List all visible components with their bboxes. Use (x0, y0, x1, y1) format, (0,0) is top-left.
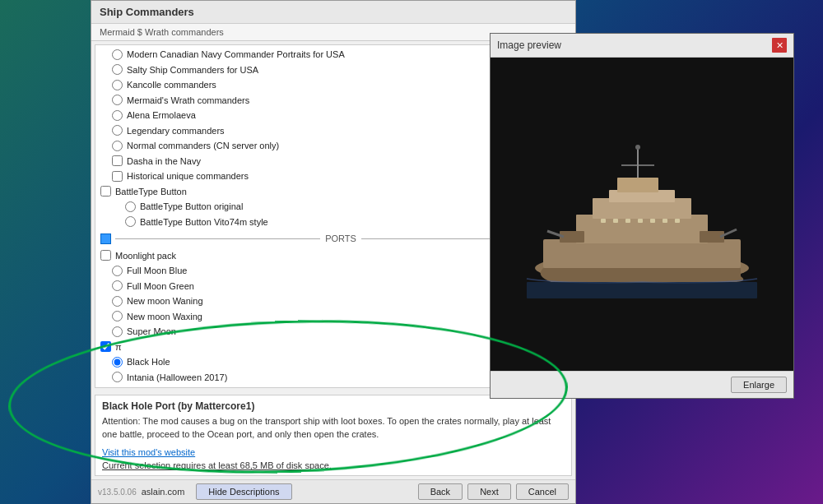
radio-new-moon-waxing[interactable] (112, 311, 123, 321)
preview-titlebar: Image preview ✕ (491, 34, 793, 58)
checkbox-historical[interactable] (112, 171, 123, 182)
divider-line-left (115, 238, 320, 239)
version-label: v13.5.0.06 (98, 488, 137, 497)
back-button[interactable]: Back (418, 483, 463, 500)
svg-rect-21 (527, 282, 757, 298)
mod-name: New moon Waning (127, 294, 525, 308)
preview-image-area (491, 58, 793, 371)
mod-name: BattleType Button Vito74m style (140, 215, 525, 229)
footer-buttons: Back Next Cancel (418, 483, 569, 500)
svg-rect-14 (601, 219, 606, 223)
mod-name: BattleType Button original (140, 200, 525, 214)
ports-label: PORTS (325, 232, 356, 246)
radio-full-moon-green[interactable] (112, 280, 123, 291)
mod-name: Modern Canadian Navy Commander Portraits… (127, 48, 525, 62)
description-area: Black Hole Port (by Mattercore1) Attenti… (95, 395, 572, 476)
checkbox-ti[interactable] (100, 341, 111, 352)
mod-name: Legendary commanders (127, 124, 525, 138)
radio-normal-cn[interactable] (112, 141, 123, 151)
radio-kancolle[interactable] (112, 80, 123, 90)
disk-space: Current selection requires at least 68,5… (102, 460, 565, 470)
mod-name: Full Moon Green (127, 280, 525, 294)
enlarge-button[interactable]: Enlarge (731, 377, 787, 393)
mod-name: New moon Waxing (127, 310, 525, 324)
svg-point-9 (635, 145, 640, 150)
mod-name: Intania (Halloween 2017) (127, 371, 525, 385)
svg-rect-6 (617, 178, 658, 192)
radio-battletype-vito[interactable] (125, 216, 136, 227)
svg-rect-20 (675, 219, 680, 223)
mod-name: Dasha in the Navy (127, 155, 525, 169)
preview-title: Image preview (497, 39, 772, 51)
radio-alena[interactable] (112, 110, 123, 121)
mod-name: Historical unique commanders (127, 169, 525, 183)
radio-full-moon-blue[interactable] (112, 266, 123, 276)
svg-rect-16 (625, 219, 630, 223)
mod-name: Mermaid's Wrath commanders (127, 94, 525, 108)
radio-super-moon[interactable] (112, 326, 123, 337)
mod-name: BattleType Button (115, 185, 525, 199)
radio-salty[interactable] (112, 64, 123, 75)
site-label: aslain.com (142, 487, 185, 497)
preview-window: Image preview ✕ (490, 33, 794, 399)
visit-link[interactable]: Visit this mod's website (102, 447, 565, 457)
svg-rect-15 (613, 219, 618, 223)
svg-rect-18 (650, 219, 655, 223)
cancel-button[interactable]: Cancel (516, 483, 569, 500)
installer-footer: v13.5.0.06 aslain.com Hide Descriptions … (91, 479, 575, 503)
svg-rect-17 (638, 219, 643, 223)
mod-name: Full Moon Blue (127, 264, 525, 278)
ship-svg (502, 108, 782, 321)
close-button[interactable]: ✕ (772, 38, 787, 53)
radio-black-hole[interactable] (112, 357, 123, 368)
mod-name: Hot Tub (Jacuzzi) (127, 386, 525, 388)
radio-hot-tub[interactable] (112, 387, 123, 388)
mod-name: Moonlight pack (115, 249, 525, 263)
description-text: Attention: The mod causes a bug on the t… (102, 415, 565, 441)
radio-modern-ca[interactable] (112, 49, 123, 60)
preview-footer: Enlarge (491, 371, 793, 398)
subheader-title: Mermaid $ Wrath commanders (100, 27, 224, 37)
hide-descriptions-button[interactable]: Hide Descriptions (196, 483, 291, 500)
mod-name: Super Moon (127, 325, 525, 339)
mod-name: Black Hole (127, 355, 525, 369)
blue-square-ports (100, 234, 111, 244)
radio-new-moon-waning[interactable] (112, 296, 123, 307)
mod-name: Alena Ermolaeva (127, 109, 525, 123)
radio-legendary[interactable] (112, 125, 123, 136)
svg-rect-19 (663, 219, 667, 223)
radio-mermaids[interactable] (112, 95, 123, 105)
radio-battletype-original[interactable] (125, 201, 136, 212)
next-button[interactable]: Next (467, 483, 511, 500)
mod-name: Kancolle commanders (127, 78, 525, 92)
installer-header: Ship Commanders (91, 1, 575, 24)
mod-name: π (115, 340, 525, 354)
radio-intania[interactable] (112, 372, 123, 382)
checkbox-battletype[interactable] (100, 186, 111, 197)
description-title: Black Hole Port (by Mattercore1) (102, 400, 565, 412)
checkbox-moonlight[interactable] (100, 250, 111, 261)
checkbox-dasha[interactable] (112, 155, 123, 166)
mod-name: Normal commanders (CN server only) (127, 139, 525, 153)
mod-name: Salty Ship Commanders for USA (127, 63, 525, 77)
svg-rect-2 (543, 239, 741, 268)
header-title: Ship Commanders (100, 6, 194, 18)
